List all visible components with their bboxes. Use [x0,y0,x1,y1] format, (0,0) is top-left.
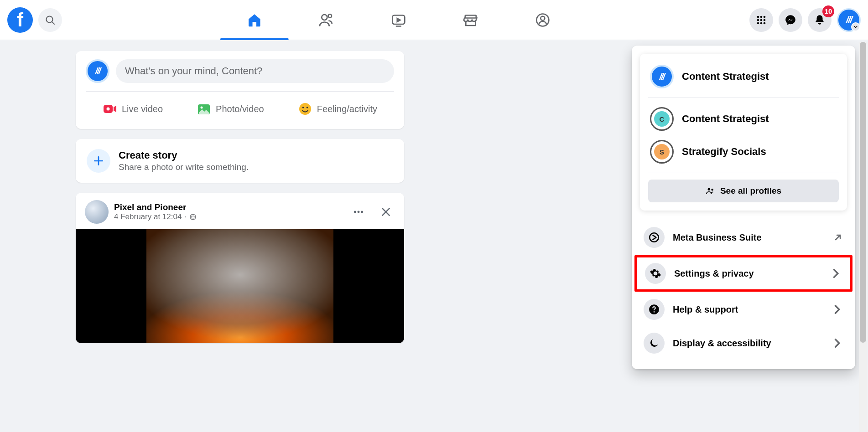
menu-item-label: Display & accessibility [673,338,822,349]
svg-point-27 [354,211,356,213]
profile-switcher-card: /// Content Strategist C Content Strateg… [640,54,847,211]
svg-point-13 [764,19,766,21]
svg-point-8 [757,15,759,18]
create-story-subtitle: Share a photo or write something. [119,162,249,172]
svg-line-1 [52,22,54,24]
external-icon [832,232,843,243]
svg-point-28 [358,211,360,213]
svg-point-3 [328,14,332,18]
friends-icon [318,12,334,28]
header-nav [220,0,577,40]
menu-meta-business[interactable]: Meta Business Suite [635,221,852,253]
messenger-button[interactable] [779,8,802,32]
svg-point-22 [302,107,304,108]
post-card: Pixel and Pioneer 4 February at 12:04 · [76,193,404,343]
nav-marketplace[interactable] [436,0,504,40]
svg-point-12 [760,19,763,21]
svg-point-23 [306,107,308,108]
post-more-button[interactable] [349,203,368,221]
post-close-button[interactable] [377,203,395,221]
header-right: 10 /// [749,8,861,32]
post-media[interactable] [76,229,404,343]
chevron-right-icon [831,337,843,350]
help-icon [644,299,665,320]
people-icon [706,186,716,196]
profile-name: Content Strategist [682,113,769,125]
menu-display-accessibility[interactable]: Display & accessibility [635,327,852,359]
post-author-name[interactable]: Pixel and Pioneer [114,202,197,212]
see-all-profiles-button[interactable]: See all profiles [648,180,839,202]
menu-item-label: Settings & privacy [674,268,821,279]
svg-point-31 [711,189,713,191]
nav-friends[interactable] [292,0,360,40]
post-meta: 4 February at 12:04 · [114,212,197,221]
nav-groups[interactable] [508,0,577,40]
header-bar: f 10 /// [0,0,868,40]
feeling-button[interactable]: Feeling/activity [291,97,384,121]
feeling-label: Feeling/activity [317,104,377,114]
menu-grid-button[interactable] [749,8,773,32]
account-dropdown: /// Content Strategist C Content Strateg… [632,46,855,369]
scrollbar[interactable] [859,42,867,432]
svg-point-16 [764,22,766,24]
svg-point-7 [541,16,545,20]
profile-row-main[interactable]: /// Content Strategist [648,60,839,93]
divider [648,173,839,173]
video-icon [390,12,406,28]
svg-point-11 [757,19,759,21]
feed-column: /// What's on your mind, Content? Live v… [76,40,404,343]
svg-point-21 [299,103,311,115]
svg-point-20 [201,107,203,109]
svg-point-15 [760,22,763,24]
create-story-card[interactable]: Create story Share a photo or write some… [76,139,404,183]
business-icon [644,227,665,248]
page-avatar: S [650,140,674,164]
highlight-settings: Settings & privacy [634,255,852,292]
groups-icon [534,12,551,28]
camera-icon [103,102,117,116]
live-video-button[interactable]: Live video [96,97,169,121]
profile-name: Content Strategist [682,71,769,82]
dots-icon [353,206,364,218]
post-timestamp[interactable]: 4 February at 12:04 [114,212,182,221]
post-author-avatar[interactable] [85,200,109,224]
post-image [146,229,333,343]
composer-card: /// What's on your mind, Content? Live v… [76,51,404,129]
svg-point-29 [361,211,363,213]
profile-row-page-1[interactable]: C Content Strategist [648,103,839,135]
menu-item-label: Meta Business Suite [673,232,824,243]
composer-input[interactable]: What's on your mind, Content? [116,59,394,83]
globe-icon [189,213,197,221]
page-avatar: C [650,107,674,131]
scroll-thumb[interactable] [860,42,866,343]
create-story-plus[interactable] [87,149,110,173]
svg-point-10 [764,15,766,18]
facebook-logo[interactable]: f [7,7,33,33]
chevron-right-icon [831,303,843,316]
composer-avatar[interactable]: /// [86,59,109,83]
divider [648,98,839,98]
see-all-label: See all profiles [720,186,781,196]
create-story-title: Create story [119,149,249,161]
profile-avatar: /// [650,65,674,88]
menu-help-support[interactable]: Help & support [635,293,852,325]
header-left: f [7,7,62,33]
grid-icon [756,15,767,26]
menu-settings-privacy[interactable]: Settings & privacy [637,257,850,289]
photo-video-button[interactable]: Photo/video [190,97,270,121]
svg-point-34 [654,311,655,313]
nav-home[interactable] [220,0,288,40]
search-button[interactable] [38,8,62,32]
account-menu-button[interactable]: /// [837,8,861,32]
svg-point-9 [760,15,763,18]
notifications-button[interactable]: 10 [808,8,832,32]
chevron-down-icon [851,22,860,31]
photo-video-label: Photo/video [216,104,264,114]
svg-point-32 [650,233,659,242]
nav-video[interactable] [364,0,432,40]
smile-icon [298,102,312,116]
close-icon [380,206,392,218]
messenger-icon [785,14,796,26]
gear-icon [645,263,666,284]
profile-row-page-2[interactable]: S Strategify Socials [648,135,839,168]
